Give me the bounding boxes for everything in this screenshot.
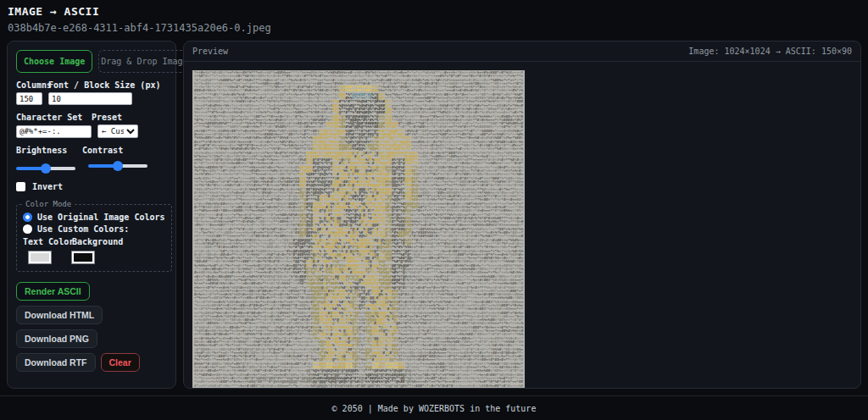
original-colors-label[interactable]: Use Original Image Colors (37, 213, 165, 222)
text-color-label: Text Color (23, 237, 72, 246)
brightness-label: Brightness (16, 146, 82, 155)
action-buttons: Render ASCII Download HTML Download PNG … (16, 282, 167, 372)
main-content: Choose Image Drag & Drop Image Here Colu… (0, 34, 868, 395)
clear-button[interactable]: Clear (101, 353, 140, 372)
preset-label: Preset (92, 113, 122, 122)
download-png-button[interactable]: Download PNG (16, 329, 97, 348)
footer-text: © 2050 | Made by WOZERBOTS in the future (332, 404, 537, 413)
filename: 038b4b7e-e268-4311-abf4-1731435a20e6-0.j… (8, 22, 860, 34)
text-color-swatch[interactable] (28, 251, 52, 264)
controls-panel: Choose Image Drag & Drop Image Here Colu… (7, 41, 176, 389)
contrast-slider[interactable] (88, 164, 147, 168)
color-mode-legend: Color Mode (23, 200, 74, 208)
ascii-art-frame: *++#=%%*%#+##+*+=*+%++#%*%***=#+=%#*%=##… (191, 69, 526, 388)
preview-dimensions-info: Image: 1024×1024 → ASCII: 150×90 (688, 47, 852, 56)
custom-colors-label[interactable]: Use Custom Colors: (37, 224, 129, 234)
font-size-input[interactable] (48, 92, 132, 105)
app-header: IMAGE → ASCII 038b4b7e-e268-4311-abf4-17… (0, 0, 868, 34)
brightness-slider[interactable] (16, 167, 75, 170)
preview-body: *++#=%%*%#+##+*+=*+%++#%*%***=#+=%#*%=##… (184, 62, 860, 388)
custom-colors-radio[interactable] (23, 224, 32, 234)
charset-label: Character Set (16, 113, 92, 122)
contrast-label: Contrast (82, 146, 123, 155)
text-color-swatch-inner (31, 253, 49, 262)
render-ascii-button[interactable]: Render ASCII (16, 282, 90, 301)
ascii-art: *++#=%%*%#+##+*+=*+%++#%*%***=#+=%#*%=##… (194, 71, 523, 388)
background-label: Background (72, 237, 123, 246)
original-colors-radio[interactable] (23, 213, 32, 222)
download-rtf-button[interactable]: Download RTF (16, 353, 96, 372)
columns-input[interactable] (16, 92, 42, 105)
preview-panel: Preview Image: 1024×1024 → ASCII: 150×90… (183, 41, 861, 389)
font-size-label: Font / Block Size (px) (48, 80, 160, 90)
preset-select[interactable]: ← Custom (97, 124, 138, 138)
background-color-swatch[interactable] (71, 251, 95, 264)
download-html-button[interactable]: Download HTML (16, 306, 103, 324)
invert-label: Invert (32, 182, 63, 191)
app-title: IMAGE → ASCII (8, 5, 860, 18)
charset-input[interactable] (16, 125, 92, 138)
choose-image-button[interactable]: Choose Image (16, 50, 92, 73)
color-mode-fieldset: Color Mode Use Original Image Colors Use… (16, 200, 172, 272)
app-footer: © 2050 | Made by WOZERBOTS in the future (0, 395, 868, 420)
preview-title: Preview (192, 47, 228, 56)
columns-label: Columns (16, 80, 48, 90)
background-color-swatch-inner (74, 253, 92, 262)
invert-checkbox[interactable] (16, 182, 25, 191)
